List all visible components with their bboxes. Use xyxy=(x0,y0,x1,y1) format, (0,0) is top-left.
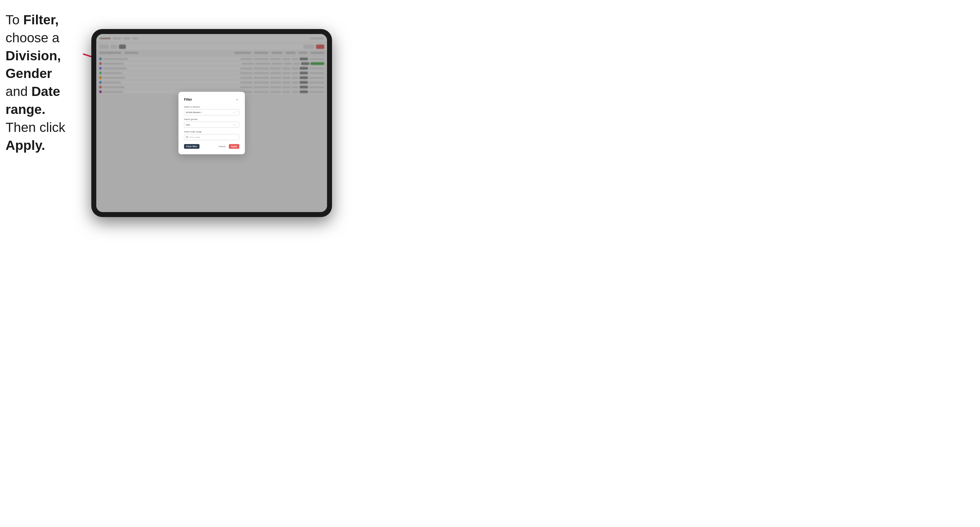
clear-gender-icon[interactable]: × xyxy=(233,124,235,126)
division-select[interactable]: NCAA Division I × ⌃ xyxy=(184,109,239,115)
date-label: Select Date range xyxy=(184,130,239,133)
instruction-line1: To Filter, choose a xyxy=(6,13,59,45)
calendar-icon xyxy=(186,136,188,138)
modal-overlay: Filter × Select a division NCAA Division… xyxy=(96,34,327,212)
instruction-line3: and Date range. xyxy=(6,84,60,117)
instruction-bold2: Division, Gender xyxy=(6,48,61,81)
gender-label: Select gender xyxy=(184,118,239,121)
date-input[interactable]: Pick a date xyxy=(184,134,239,140)
chevron-gender-icon: ⌃ xyxy=(235,124,237,126)
tablet-screen: Filter × Select a division NCAA Division… xyxy=(96,34,327,212)
gender-value: Men xyxy=(186,124,190,126)
modal-footer-right: Cancel Apply xyxy=(217,144,239,149)
date-placeholder: Pick a date xyxy=(189,136,200,138)
modal-title: Filter xyxy=(184,98,192,102)
modal-header: Filter × xyxy=(184,97,239,102)
division-field: Select a division NCAA Division I × ⌃ xyxy=(184,106,239,115)
clear-filter-button[interactable]: Clear filter xyxy=(184,144,199,149)
division-label: Select a division xyxy=(184,106,239,108)
date-range-field: Select Date range Pick a date xyxy=(184,130,239,140)
tablet-device: Filter × Select a division NCAA Division… xyxy=(91,29,332,217)
instruction-text: To Filter, choose a Division, Gender and… xyxy=(6,11,91,154)
instruction-line4: Then click Apply. xyxy=(6,120,65,152)
modal-close-button[interactable]: × xyxy=(235,97,239,102)
clear-division-icon[interactable]: × xyxy=(233,111,235,114)
apply-button[interactable]: Apply xyxy=(229,144,239,149)
gender-select[interactable]: Men × ⌃ xyxy=(184,122,239,128)
svg-rect-2 xyxy=(186,136,188,138)
division-value: NCAA Division I xyxy=(186,111,201,114)
chevron-division-icon: ⌃ xyxy=(235,111,237,114)
division-select-icons: × ⌃ xyxy=(233,111,237,114)
gender-field: Select gender Men × ⌃ xyxy=(184,118,239,128)
cancel-button[interactable]: Cancel xyxy=(217,144,227,149)
gender-select-icons: × ⌃ xyxy=(233,124,237,126)
modal-footer: Clear filter Cancel Apply xyxy=(184,144,239,149)
filter-modal: Filter × Select a division NCAA Division… xyxy=(178,92,245,154)
